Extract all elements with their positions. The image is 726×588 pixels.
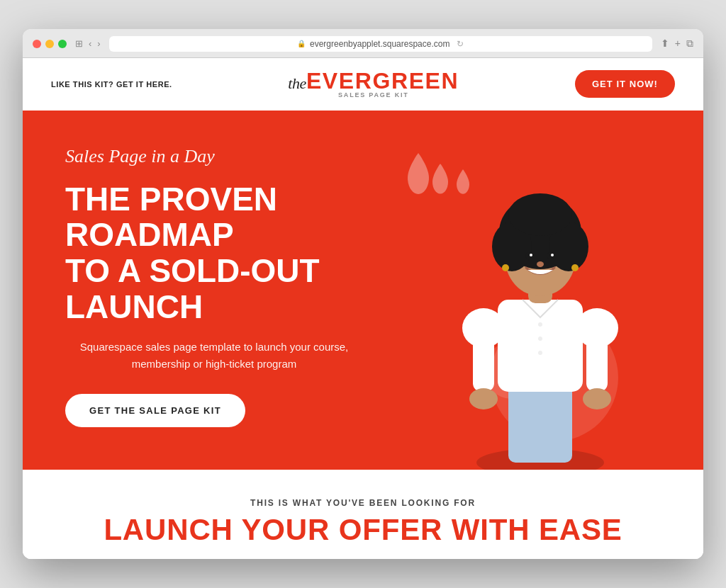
- close-button[interactable]: [33, 40, 41, 48]
- person-illustration: [437, 193, 643, 470]
- lock-icon: 🔒: [297, 40, 306, 47]
- sidebar-toggle-icon[interactable]: ⊞: [75, 38, 83, 49]
- svg-point-18: [551, 254, 554, 256]
- browser-nav-controls: ⊞ ‹ ›: [75, 38, 101, 49]
- drop-icon-3: [457, 169, 469, 196]
- hero-right-content: [420, 193, 661, 470]
- drop-icon-2: [432, 163, 448, 196]
- hero-cta-button[interactable]: GET THE SALE PAGE KIT: [65, 394, 245, 427]
- site-header: LIKE THIS KIT? GET IT HERE. theEVERGREEN…: [23, 58, 703, 111]
- svg-point-7: [469, 388, 498, 409]
- refresh-icon[interactable]: ↻: [457, 39, 464, 49]
- svg-point-16: [547, 252, 555, 259]
- svg-point-8: [583, 388, 611, 409]
- hero-left-content: Sales Page in a Day THE PROVEN ROADMAP T…: [65, 146, 420, 470]
- logo: theEVERGREEN SALES PAGE KIT: [288, 69, 459, 99]
- svg-point-17: [530, 254, 532, 256]
- svg-point-20: [502, 264, 509, 271]
- svg-point-22: [538, 322, 542, 327]
- svg-rect-5: [473, 335, 494, 392]
- browser-chrome: ⊞ ‹ › 🔒 evergreenbyapplet.squarespace.co…: [23, 29, 703, 58]
- hero-headline-line1: THE PROVEN ROADMAP: [65, 181, 277, 254]
- page-content: LIKE THIS KIT? GET IT HERE. theEVERGREEN…: [23, 58, 703, 559]
- svg-point-15: [525, 252, 534, 259]
- below-hero-section: THIS IS WHAT YOU'VE BEEN LOOKING FOR LAU…: [23, 470, 703, 559]
- header-left-text: LIKE THIS KIT? GET IT HERE.: [51, 80, 172, 89]
- svg-point-14: [508, 193, 572, 236]
- header-cta-button[interactable]: GET IT NOW!: [575, 70, 675, 98]
- hero-section: Sales Page in a Day THE PROVEN ROADMAP T…: [23, 111, 703, 470]
- share-icon[interactable]: ⬆: [661, 38, 669, 50]
- below-hero-eyebrow: THIS IS WHAT YOU'VE BEEN LOOKING FOR: [51, 498, 675, 508]
- logo-evergreen: EVERGREEN: [306, 68, 459, 94]
- hero-subheadline: Squarespace sales page template to launc…: [65, 339, 363, 373]
- address-bar[interactable]: 🔒 evergreenbyapplet.squarespace.com ↻: [109, 36, 652, 52]
- svg-point-23: [538, 337, 542, 341]
- hero-headline-line2: TO A SOLD-OUT LAUNCH: [65, 252, 320, 325]
- browser-actions: ⬆ + ⧉: [661, 38, 693, 50]
- svg-rect-2: [498, 300, 583, 392]
- fullscreen-button[interactable]: [58, 40, 67, 48]
- below-hero-headline: LAUNCH YOUR OFFER WITH EASE: [51, 515, 675, 545]
- forward-button[interactable]: ›: [97, 38, 100, 49]
- logo-the: the: [288, 74, 306, 92]
- back-button[interactable]: ‹: [89, 38, 91, 49]
- svg-point-21: [571, 264, 579, 271]
- hero-tagline: Sales Page in a Day: [65, 146, 420, 167]
- minimize-button[interactable]: [45, 40, 54, 48]
- svg-rect-6: [586, 335, 608, 392]
- svg-point-19: [537, 261, 544, 267]
- traffic-lights: [33, 40, 67, 48]
- new-tab-icon[interactable]: +: [675, 38, 681, 50]
- hero-headline: THE PROVEN ROADMAP TO A SOLD-OUT LAUNCH: [65, 181, 420, 324]
- svg-point-24: [538, 351, 542, 355]
- tabs-overview-icon[interactable]: ⧉: [686, 38, 693, 50]
- browser-window: ⊞ ‹ › 🔒 evergreenbyapplet.squarespace.co…: [23, 29, 703, 559]
- url-text: evergreenbyapplet.squarespace.com: [310, 39, 449, 49]
